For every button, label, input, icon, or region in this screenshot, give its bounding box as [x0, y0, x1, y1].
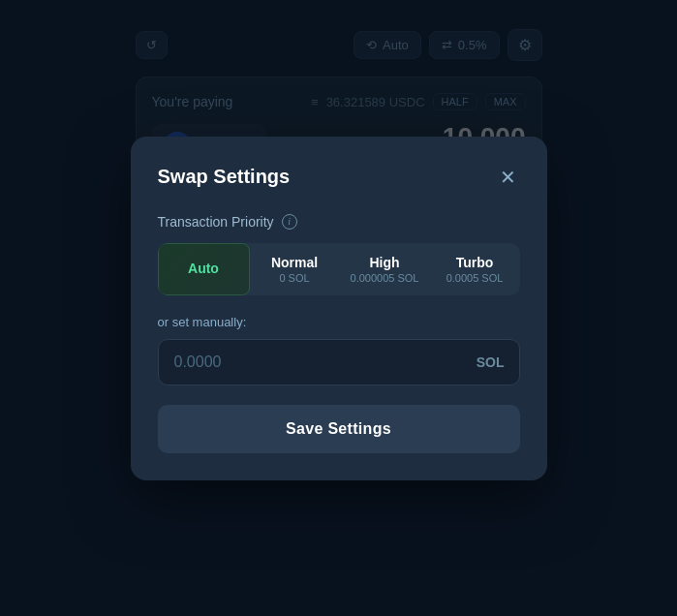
tab-turbo[interactable]: Turbo 0.0005 SOL	[430, 243, 520, 295]
tab-high-name: High	[346, 255, 424, 270]
tab-normal[interactable]: Normal 0 SOL	[250, 243, 340, 295]
transaction-priority-section: Transaction Priority i	[158, 214, 520, 230]
manual-label: or set manually:	[158, 315, 520, 329]
modal-overlay: Swap Settings ✕ Transaction Priority i A…	[0, 0, 677, 616]
info-icon: i	[282, 214, 297, 230]
transaction-priority-label: Transaction Priority	[158, 214, 274, 230]
tab-normal-value: 0 SOL	[256, 272, 334, 284]
modal-header: Swap Settings ✕	[158, 164, 520, 191]
tab-normal-name: Normal	[256, 255, 334, 270]
manual-sol-input[interactable]	[158, 339, 520, 385]
modal-title: Swap Settings	[158, 166, 291, 188]
tab-auto-name: Auto	[165, 261, 243, 276]
sol-suffix: SOL	[477, 354, 505, 370]
manual-input-row: SOL	[158, 339, 520, 385]
tab-auto[interactable]: Auto	[158, 243, 250, 295]
tab-turbo-value: 0.0005 SOL	[436, 272, 514, 284]
swap-settings-modal: Swap Settings ✕ Transaction Priority i A…	[131, 137, 547, 480]
tab-high[interactable]: High 0.000005 SOL	[340, 243, 430, 295]
tab-high-value: 0.000005 SOL	[346, 272, 424, 284]
priority-tabs: Auto Normal 0 SOL High 0.000005 SOL Turb…	[158, 243, 520, 295]
save-settings-button[interactable]: Save Settings	[158, 405, 520, 453]
modal-close-button[interactable]: ✕	[496, 164, 520, 191]
tab-turbo-name: Turbo	[436, 255, 514, 270]
